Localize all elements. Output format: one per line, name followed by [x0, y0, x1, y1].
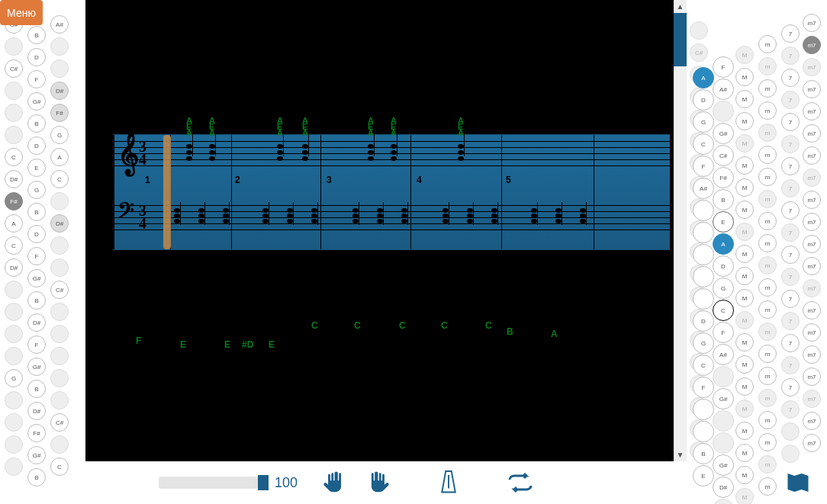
right-key-major[interactable]: M — [735, 377, 754, 396]
right-hand-toggle[interactable] — [360, 466, 394, 499]
left-key[interactable] — [5, 37, 23, 56]
right-key-major[interactable]: M — [735, 223, 754, 241]
right-key-7[interactable]: 7 — [781, 378, 800, 396]
right-key-m7[interactable]: m7 — [803, 191, 821, 209]
left-key[interactable]: D — [27, 136, 46, 155]
left-key[interactable]: D# — [27, 402, 46, 420]
right-key-7[interactable]: 7 — [781, 356, 800, 374]
right-key-m7[interactable]: m7 — [803, 412, 821, 430]
right-key-bass[interactable]: D — [693, 310, 714, 332]
left-key[interactable]: G# — [27, 92, 46, 111]
left-key[interactable]: B — [27, 468, 46, 486]
scroll-track[interactable] — [674, 13, 687, 448]
right-key-bass[interactable] — [693, 222, 714, 243]
left-key[interactable]: G — [50, 126, 69, 144]
right-key-minor[interactable]: m — [758, 300, 777, 319]
left-key[interactable] — [5, 303, 23, 321]
right-key-m7[interactable]: m7 — [803, 124, 821, 143]
left-key[interactable]: B — [27, 26, 46, 44]
left-key[interactable]: B — [27, 203, 46, 221]
right-key-bass[interactable] — [693, 399, 714, 420]
left-key[interactable]: D# — [27, 313, 46, 332]
right-key-major[interactable]: M — [735, 46, 754, 64]
left-key[interactable]: B — [27, 380, 46, 398]
right-key-m7[interactable]: m7 — [803, 434, 821, 452]
right-key-bass2[interactable]: F — [713, 322, 734, 343]
left-key[interactable]: G — [5, 369, 23, 387]
right-key-7[interactable]: 7 — [781, 47, 800, 65]
right-key-major[interactable]: M — [735, 134, 754, 152]
right-key-bass[interactable]: D — [693, 89, 714, 111]
right-key-m7[interactable]: m7 — [803, 323, 821, 342]
menu-button[interactable]: Меню — [0, 0, 43, 25]
right-key-bass2[interactable] — [713, 432, 734, 454]
right-key-7[interactable]: 7 — [781, 223, 800, 242]
right-key-bass2[interactable] — [713, 366, 734, 387]
left-key[interactable]: D# — [5, 170, 23, 188]
right-key-7[interactable]: 7 — [781, 246, 800, 264]
scroll-thumb[interactable] — [674, 13, 687, 66]
right-key-bass2[interactable]: E — [713, 211, 734, 233]
left-key[interactable] — [50, 347, 69, 365]
right-key-bass[interactable]: G — [693, 111, 714, 133]
right-key-m7[interactable]: m7 — [803, 257, 821, 275]
right-key-bass[interactable]: C — [693, 355, 714, 376]
right-key-m7[interactable]: m7 — [803, 235, 821, 253]
right-key-7[interactable]: 7 — [781, 135, 800, 153]
left-key[interactable] — [50, 37, 69, 56]
left-key[interactable]: D# — [50, 82, 69, 100]
loop-button[interactable] — [504, 466, 537, 499]
left-key[interactable]: G# — [27, 446, 46, 464]
left-key[interactable] — [5, 82, 23, 100]
left-key[interactable]: C# — [5, 59, 23, 78]
right-key-7[interactable]: 7 — [781, 201, 800, 220]
right-key-bass2[interactable]: F# — [713, 167, 734, 188]
right-key-bass[interactable]: B — [693, 443, 714, 464]
right-key-bass[interactable]: E — [693, 465, 714, 486]
left-key[interactable]: F — [27, 247, 46, 265]
left-key[interactable]: A# — [50, 15, 69, 34]
right-key-minor[interactable]: m — [758, 367, 777, 385]
right-key-minor[interactable]: m — [758, 389, 777, 407]
left-key[interactable] — [50, 325, 69, 343]
right-key-minor[interactable]: m — [758, 212, 777, 230]
right-key-major[interactable]: M — [735, 178, 754, 197]
left-key[interactable]: C# — [50, 281, 69, 299]
right-key-major[interactable]: M — [735, 267, 754, 285]
right-key-bass[interactable]: F — [693, 377, 714, 398]
right-key-major[interactable]: M — [735, 68, 754, 86]
right-key-bass2[interactable]: G# — [713, 123, 734, 144]
right-key-minor[interactable]: m — [758, 411, 777, 429]
right-key-major[interactable]: M — [735, 245, 754, 263]
right-key-m7[interactable]: m7 — [803, 279, 821, 297]
metronome-button[interactable] — [432, 466, 465, 499]
left-key[interactable]: C# — [50, 413, 69, 432]
right-key-minor[interactable]: m — [758, 190, 777, 208]
right-key-m7[interactable]: m7 — [803, 14, 821, 32]
left-key[interactable]: D# — [50, 214, 69, 233]
left-key[interactable]: G# — [27, 269, 46, 287]
right-key-7[interactable]: 7 — [781, 157, 800, 175]
left-key[interactable] — [5, 435, 23, 454]
right-key-minor[interactable]: m — [758, 57, 777, 75]
right-key-7[interactable]: 7 — [781, 400, 800, 419]
left-key[interactable]: B — [27, 291, 46, 310]
right-key-minor[interactable]: m — [758, 146, 777, 164]
right-key-minor[interactable]: m — [758, 278, 777, 297]
right-key-bass2[interactable]: G — [713, 278, 734, 299]
left-key[interactable] — [5, 104, 23, 122]
right-key-major[interactable]: M — [735, 90, 754, 108]
left-key[interactable]: E — [27, 159, 46, 177]
left-hand-toggle[interactable] — [319, 466, 352, 499]
right-key-m7[interactable]: m7 — [803, 80, 821, 98]
right-key-m7[interactable]: m7 — [803, 36, 821, 54]
left-key[interactable]: B — [27, 114, 46, 133]
right-key-major[interactable]: M — [735, 355, 754, 374]
right-key-m7[interactable]: m7 — [803, 169, 821, 187]
tempo-slider[interactable] — [159, 477, 258, 489]
left-key[interactable]: C — [50, 170, 69, 188]
right-key-bass2[interactable]: G# — [713, 388, 734, 409]
right-key-major[interactable]: M — [735, 444, 754, 462]
left-key[interactable] — [5, 281, 23, 299]
tempo-knob[interactable] — [258, 475, 269, 490]
